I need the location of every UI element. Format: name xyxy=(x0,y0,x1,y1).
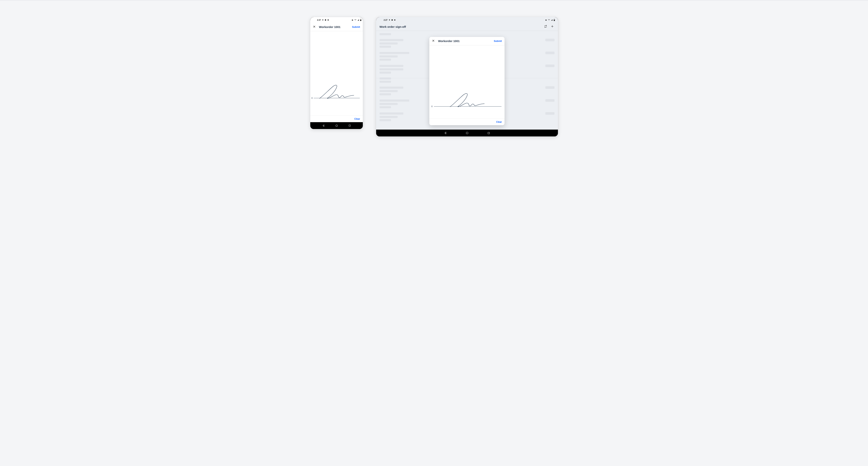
svg-point-5 xyxy=(336,125,338,127)
signature-line-group: X xyxy=(429,91,505,106)
home-icon[interactable] xyxy=(466,132,468,134)
clear-bar: Clear xyxy=(429,118,505,125)
image-icon xyxy=(325,19,326,21)
skeleton-line xyxy=(379,46,391,48)
recents-icon[interactable] xyxy=(488,132,490,134)
close-icon[interactable] xyxy=(313,25,316,29)
signal-icon xyxy=(551,19,553,21)
image-icon xyxy=(391,19,393,21)
eye-icon xyxy=(351,19,353,21)
signature-modal: Workorder 1001 Submit X Clear xyxy=(429,37,505,125)
skeleton-line xyxy=(379,55,398,58)
svg-rect-13 xyxy=(488,132,490,134)
skeleton-pill xyxy=(545,99,555,102)
status-bar: 2:27 xyxy=(376,17,558,23)
clear-button[interactable]: Clear xyxy=(496,121,502,123)
submit-button[interactable]: Submit xyxy=(494,40,502,42)
status-bar: 2:27 xyxy=(310,17,363,23)
close-icon[interactable] xyxy=(432,39,435,43)
location-icon xyxy=(389,19,390,21)
location-icon xyxy=(322,19,323,21)
skeleton-line xyxy=(379,119,391,121)
svg-point-12 xyxy=(466,132,468,134)
phone-appbar: Workorder 1001 Submit xyxy=(310,23,363,31)
clear-button[interactable]: Clear xyxy=(354,118,360,120)
battery-icon xyxy=(360,19,361,21)
signature-stroke xyxy=(448,93,486,107)
skeleton-line xyxy=(379,65,403,67)
skeleton-line xyxy=(379,106,391,108)
svg-rect-10 xyxy=(554,19,555,19)
skeleton-line xyxy=(379,87,403,89)
tablet-page-title: Work order sign-off xyxy=(379,25,541,28)
phone-title: Workorder 1001 xyxy=(319,25,349,29)
svg-rect-8 xyxy=(394,20,395,21)
skeleton-line xyxy=(379,90,398,92)
tablet-background-content: Workorder 1001 Submit X Clear xyxy=(376,31,558,130)
signature-x-mark: X xyxy=(311,97,313,99)
android-nav-bar xyxy=(376,130,558,136)
status-time: 2:27 xyxy=(317,19,321,21)
status-time: 2:27 xyxy=(384,19,388,21)
wifi-icon xyxy=(354,19,356,21)
eye-icon xyxy=(545,19,547,21)
clear-bar: Clear xyxy=(310,115,363,122)
skeleton-pill xyxy=(545,39,555,41)
signal-icon xyxy=(358,19,359,21)
skeleton-line xyxy=(379,42,398,44)
wifi-icon xyxy=(548,19,550,21)
skeleton-pill xyxy=(545,112,555,115)
signature-stroke xyxy=(318,84,354,99)
submit-button[interactable]: Submit xyxy=(352,26,360,28)
modal-appbar: Workorder 1001 Submit xyxy=(429,37,505,45)
skeleton-line xyxy=(379,81,391,83)
signature-x-mark: X xyxy=(431,105,433,107)
android-nav-bar xyxy=(310,122,363,129)
tablet-device-frame: 2:27 Work order sign-off xyxy=(376,17,558,136)
svg-rect-0 xyxy=(325,20,326,21)
signature-line-group: X xyxy=(310,83,363,98)
card-icon xyxy=(328,19,329,21)
svg-rect-1 xyxy=(328,20,329,21)
svg-rect-11 xyxy=(554,20,555,21)
svg-rect-7 xyxy=(392,20,393,21)
skeleton-line xyxy=(379,99,409,102)
svg-rect-3 xyxy=(361,19,361,19)
card-icon xyxy=(394,19,396,21)
skeleton-line xyxy=(379,59,391,61)
svg-rect-6 xyxy=(349,125,350,126)
modal-title: Workorder 1001 xyxy=(438,39,491,42)
signature-canvas[interactable]: X xyxy=(310,31,363,115)
tablet-page-header: Work order sign-off xyxy=(376,23,558,31)
back-icon[interactable] xyxy=(444,132,447,134)
skeleton-pill xyxy=(545,52,555,54)
refresh-icon[interactable] xyxy=(544,24,548,29)
skeleton-line xyxy=(379,93,391,95)
skeleton-line xyxy=(379,39,403,41)
skeleton-line xyxy=(379,113,403,115)
skeleton-pill xyxy=(545,64,555,67)
skeleton-line xyxy=(379,68,403,70)
skeleton-line xyxy=(379,103,398,105)
add-icon[interactable] xyxy=(550,24,555,29)
recents-icon[interactable] xyxy=(348,124,351,127)
phone-screen: 2:27 Workorder 1001 Submit X xyxy=(310,17,363,122)
skeleton-line xyxy=(379,52,409,54)
skeleton-pill xyxy=(545,86,555,89)
signature-canvas[interactable]: X xyxy=(429,45,505,118)
home-icon[interactable] xyxy=(335,124,338,127)
skeleton-line xyxy=(379,77,391,80)
svg-rect-4 xyxy=(360,20,361,21)
skeleton-line xyxy=(379,71,391,74)
phone-device-frame: 2:27 Workorder 1001 Submit X xyxy=(310,17,363,129)
skeleton-line xyxy=(379,33,391,35)
tablet-screen: 2:27 Work order sign-off xyxy=(376,17,558,130)
battery-icon xyxy=(554,19,555,21)
back-icon[interactable] xyxy=(322,124,325,127)
skeleton-line xyxy=(379,116,398,118)
